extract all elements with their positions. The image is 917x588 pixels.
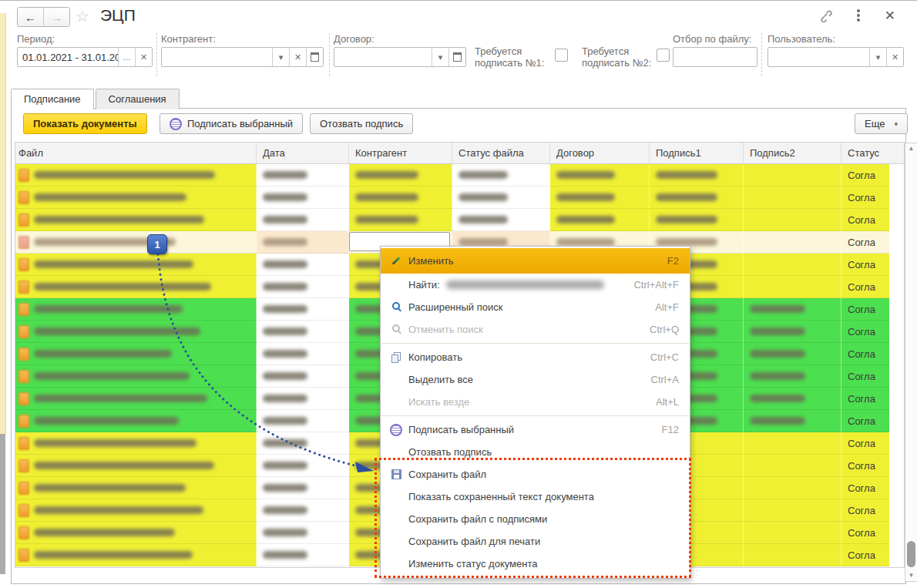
- menu-item-6[interactable]: Выделить всеCtrl+A: [381, 368, 690, 391]
- contract-choose-icon[interactable]: [448, 48, 465, 66]
- menu-item-0[interactable]: ИзменитьF2: [381, 248, 690, 274]
- document-icon: [18, 459, 29, 472]
- table-row[interactable]: Согла: [15, 186, 904, 209]
- redacted-signature2-date: [750, 417, 805, 425]
- redacted-date: [263, 171, 307, 179]
- user-clear-button[interactable]: ✕: [886, 48, 903, 66]
- menu-item-10[interactable]: Отозвать подпись: [381, 441, 690, 463]
- status-cell: Согла: [841, 276, 889, 298]
- counterparty-dropdown-icon[interactable]: ▾: [272, 48, 289, 66]
- contract-value[interactable]: [334, 48, 432, 66]
- step-badge: 1: [147, 234, 167, 254]
- column-header-contract[interactable]: Договор: [550, 143, 650, 163]
- table-row[interactable]: Согла: [15, 164, 904, 186]
- file-cell: [15, 164, 257, 186]
- back-button[interactable]: ←: [18, 8, 43, 26]
- forward-button[interactable]: →: [43, 8, 69, 26]
- signature2-cell: [744, 455, 841, 477]
- revoke-signature-button[interactable]: Отозвать подпись: [310, 113, 413, 134]
- counterparty-value[interactable]: [162, 48, 272, 66]
- user-dropdown-icon[interactable]: ▾: [869, 48, 886, 66]
- save-file-icon: [388, 469, 404, 479]
- redacted-date: [263, 260, 307, 268]
- redacted-signature2-date: [750, 350, 805, 358]
- more-kebab-icon[interactable]: [857, 14, 860, 17]
- copy-icon: [388, 352, 404, 363]
- status-cell: Согла: [841, 365, 889, 388]
- menu-item-12[interactable]: Показать сохраненный текст документа: [381, 486, 690, 508]
- advanced-search-icon: [391, 302, 401, 313]
- date-cell: [257, 254, 349, 276]
- counterparty-choose-icon[interactable]: [306, 48, 323, 66]
- need-sign2-checkbox[interactable]: [657, 49, 670, 62]
- document-icon: [18, 281, 29, 294]
- scrollbar-thumb[interactable]: [907, 541, 915, 567]
- tab-strip: Подписание Соглашения: [11, 89, 181, 109]
- status-cell: Согла: [841, 432, 889, 455]
- date-cell: [257, 544, 349, 566]
- menu-item-9[interactable]: Подписать выбранныйF12: [381, 418, 690, 441]
- file-status-cell: [452, 209, 550, 231]
- user-label: Пользователь:: [768, 33, 835, 45]
- period-clear-button[interactable]: ✕: [135, 48, 152, 66]
- redacted-date: [263, 216, 307, 223]
- menu-item-3: Отменить поискCtrl+Q: [381, 318, 690, 341]
- date-cell: [257, 321, 349, 343]
- docked-panel-edge-lower[interactable]: [0, 434, 5, 574]
- contract-dropdown-icon[interactable]: ▾: [432, 48, 448, 66]
- scroll-up-icon[interactable]: ▲: [905, 143, 917, 154]
- signature2-cell: [744, 298, 841, 321]
- close-icon[interactable]: ✕: [885, 9, 895, 22]
- column-header-status[interactable]: Статус: [841, 143, 889, 163]
- menu-item-15[interactable]: Изменить статус документа: [381, 553, 690, 575]
- link-icon[interactable]: [818, 8, 832, 22]
- menu-item-5[interactable]: КопироватьCtrl+C: [381, 346, 690, 368]
- need-sign1-checkbox[interactable]: [555, 49, 568, 62]
- menu-item-14[interactable]: Сохранить файл для печати: [381, 530, 690, 553]
- chevron-down-icon: ▾: [894, 120, 898, 128]
- need-sign1-label: Требуется подписать №1:: [475, 45, 556, 69]
- signature2-cell: [744, 164, 841, 186]
- favorite-star-icon[interactable]: ☆: [76, 7, 89, 25]
- menu-item-13[interactable]: Сохранить файл с подписями: [381, 508, 690, 530]
- period-ellipsis-button[interactable]: …: [118, 48, 135, 66]
- file-filter-value[interactable]: [673, 48, 757, 66]
- redacted-file-status: [458, 193, 508, 201]
- period-value[interactable]: 01.01.2021 - 31.01.20: [18, 48, 118, 66]
- menu-item-2[interactable]: Расширенный поискAlt+F: [381, 296, 690, 318]
- vertical-scrollbar[interactable]: ▲ ▼: [905, 143, 917, 582]
- file-status-cell: [452, 186, 550, 209]
- menu-item-label: Отменить поиск: [408, 324, 483, 335]
- docked-panel-edge[interactable]: [0, 13, 6, 434]
- signature2-cell: [744, 544, 841, 566]
- show-documents-button[interactable]: Показать документы: [23, 113, 147, 134]
- tab-signing[interactable]: Подписание: [11, 89, 94, 109]
- menu-item-label: Отозвать подпись: [408, 446, 492, 458]
- sign-selected-button[interactable]: Подписать выбранный: [160, 113, 303, 134]
- tab-agreements[interactable]: Соглашения: [96, 89, 180, 109]
- redacted-date: [263, 529, 307, 536]
- column-header-file-status[interactable]: Статус файла: [452, 143, 550, 163]
- column-header-file[interactable]: Файл: [15, 143, 257, 163]
- sign-stamp-icon: [388, 424, 404, 436]
- column-header-signature1[interactable]: Подпись1: [650, 143, 744, 163]
- column-header-counterparty[interactable]: Контрагент: [349, 143, 452, 163]
- more-button[interactable]: Еще▾: [855, 113, 908, 134]
- redacted-file-name: [34, 462, 214, 469]
- redacted-signature2-date: [750, 305, 805, 313]
- menu-item-1[interactable]: Найти:Ctrl+Alt+F: [381, 274, 690, 296]
- column-header-signature2[interactable]: Подпись2: [744, 143, 841, 163]
- menu-item-label: Искать везде: [408, 396, 469, 408]
- table-header: Файл Дата Контрагент Статус файла Догово…: [15, 143, 904, 164]
- signature2-cell: [744, 432, 841, 455]
- menu-item-11[interactable]: Сохранить файл: [381, 463, 690, 486]
- column-header-date[interactable]: Дата: [257, 143, 349, 163]
- document-icon: [18, 258, 29, 271]
- counterparty-clear-button[interactable]: ✕: [289, 48, 306, 66]
- file-cell: [15, 254, 257, 276]
- copy-icon: [391, 352, 401, 363]
- edit-pencil-icon: [388, 260, 404, 262]
- user-value[interactable]: [768, 48, 869, 66]
- table-row[interactable]: Согла: [15, 209, 904, 231]
- scroll-down-icon[interactable]: ▼: [905, 570, 917, 581]
